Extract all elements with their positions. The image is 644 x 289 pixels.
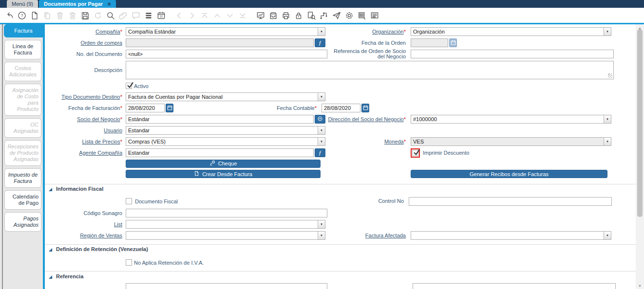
change-log-icon[interactable] <box>368 10 381 21</box>
lock-icon[interactable] <box>292 10 305 21</box>
find-icon[interactable] <box>104 10 117 21</box>
svg-text:?: ? <box>21 13 23 18</box>
control-no-field[interactable] <box>409 197 612 206</box>
detail-record-icon <box>186 10 198 21</box>
dropdown-arrow-icon[interactable]: ▼ <box>604 232 611 239</box>
record-icon <box>317 116 323 123</box>
report-icon[interactable] <box>254 10 267 21</box>
zoom-across-icon[interactable] <box>305 10 318 21</box>
fiscal-document-checkbox-label: Documento Fiscal <box>135 199 178 204</box>
next-record-icon <box>224 10 236 21</box>
sidebar-tab-costos-adicionales: Costos Adicionales <box>4 62 41 81</box>
description-field[interactable] <box>126 61 614 79</box>
sunagro-code-label: Código Sunagro <box>46 211 126 216</box>
purchase-order-search-button[interactable]: ƒ <box>315 38 325 47</box>
save-icon[interactable] <box>79 10 92 21</box>
preferences-icon[interactable] <box>343 10 356 21</box>
sidebar-tab-factura[interactable]: Factura <box>4 24 43 37</box>
scroll-down-icon[interactable]: ▼ <box>636 282 644 289</box>
company-agent-field[interactable]: Estandar <box>126 148 314 157</box>
close-tab-icon[interactable]: ✕ <box>107 1 111 7</box>
purchase-order-field[interactable] <box>126 38 314 47</box>
undo-icon[interactable] <box>3 10 16 21</box>
resize-grip[interactable] <box>608 73 612 78</box>
first-record-icon <box>198 10 211 21</box>
section-divider <box>45 271 636 271</box>
dropdown-arrow-icon[interactable]: ▼ <box>604 28 611 36</box>
document-no-field[interactable]: <null> <box>126 50 327 58</box>
archive-icon[interactable] <box>267 10 280 21</box>
cheque-button[interactable]: Cheque <box>126 160 321 168</box>
fiscal-document-checkbox[interactable] <box>126 198 132 204</box>
invoice-date-calendar-button[interactable] <box>166 104 173 112</box>
requery-icon <box>92 10 104 21</box>
target-document-type-field[interactable]: Factura de Cuentas por Pagar Nacional▼ <box>126 92 325 101</box>
retention-section-header[interactable]: Definición de Retención (Venezuela) <box>46 246 636 252</box>
print-discount-checkbox[interactable] <box>412 150 418 156</box>
reference-field-right[interactable] <box>413 283 616 289</box>
generate-receipts-button[interactable]: Generar Recibos desde Facturas <box>411 170 607 178</box>
scrollbar-thumb[interactable] <box>637 29 643 217</box>
active-checkbox-label: Activo <box>134 83 149 89</box>
dropdown-arrow-icon[interactable]: ▼ <box>318 93 325 101</box>
target-document-type-label: Tipo Documento Destino* <box>46 94 126 100</box>
section-divider <box>45 184 636 184</box>
previous-record-icon <box>211 10 224 21</box>
fiscal-section-header[interactable]: Informacion Fiscal <box>46 186 636 192</box>
list-field[interactable]: ▼ <box>126 220 325 229</box>
chat-icon <box>130 10 142 21</box>
company-agent-search-button[interactable]: ƒ <box>315 148 325 157</box>
organization-field[interactable]: Organización▼ <box>411 27 611 36</box>
dropdown-arrow-icon[interactable]: ▼ <box>318 28 325 36</box>
user-field[interactable]: Estandar▼ <box>126 126 325 135</box>
currency-label: Moneda* <box>325 139 409 144</box>
sales-region-field[interactable]: ▼ <box>126 231 325 240</box>
bp-order-reference-field[interactable] <box>411 50 614 58</box>
invoice-date-field[interactable]: 28/08/2020 <box>126 104 165 112</box>
invoice-date-label: Fecha de Facturación* <box>46 106 126 111</box>
product-info-icon[interactable] <box>356 10 368 21</box>
user-label: Usuario <box>46 128 126 133</box>
calendar-icon[interactable]: 31 <box>155 10 168 21</box>
business-partner-label: Socio del Negocio* <box>46 117 126 122</box>
tab-menu[interactable]: Menú (9) <box>7 0 38 8</box>
document-icon <box>194 171 199 177</box>
dropdown-arrow-icon[interactable]: ▼ <box>604 138 611 145</box>
currency-field[interactable]: VES▼ <box>411 137 611 146</box>
sidebar-tab-impuesto-de-factura[interactable]: Impuesto de Factura <box>4 168 41 188</box>
dropdown-arrow-icon[interactable]: ▼ <box>318 232 325 239</box>
delete-record-icon <box>54 10 66 21</box>
affected-invoice-field[interactable]: ▼ <box>411 231 611 240</box>
help-icon[interactable]: ? <box>16 10 28 21</box>
toggle-grid-icon[interactable] <box>142 10 155 21</box>
workflow-icon[interactable] <box>318 10 330 21</box>
vertical-scrollbar[interactable]: ▲ ▼ <box>636 24 644 289</box>
no-iva-retention-checkbox[interactable] <box>126 259 132 266</box>
sidebar-tab-l-nea-de-factura[interactable]: Línea de Factura <box>4 40 41 59</box>
accounting-date-calendar-button[interactable] <box>361 104 369 112</box>
business-partner-record-button[interactable] <box>315 115 325 124</box>
active-checkbox[interactable] <box>126 83 132 89</box>
order-date-label: Fecha de la Orden <box>325 40 409 46</box>
print-icon[interactable] <box>280 10 292 21</box>
sunagro-code-field[interactable] <box>126 209 327 217</box>
dropdown-arrow-icon[interactable]: ▼ <box>318 126 325 134</box>
business-partner-field[interactable]: Estándar <box>126 115 314 124</box>
process-icon[interactable] <box>330 10 343 21</box>
bp-address-field[interactable]: #1000000▼ <box>411 115 611 124</box>
affected-invoice-label: Factura Afectada <box>325 233 409 238</box>
accounting-date-field[interactable]: 28/08/2020 <box>322 104 360 112</box>
company-field[interactable]: Compañía Estándar▼ <box>126 27 325 36</box>
sidebar-tab-calendario-de-pago[interactable]: Calendario de Pago <box>4 190 41 210</box>
reference-section-header[interactable]: Referencia <box>46 273 636 279</box>
price-list-field[interactable]: Compras (VES)▼ <box>126 137 325 146</box>
dropdown-arrow-icon[interactable]: ▼ <box>604 115 611 123</box>
dropdown-arrow-icon[interactable]: ▼ <box>318 138 325 145</box>
sidebar-tab-pagos-asignados[interactable]: Pagos Asignados <box>4 212 41 232</box>
new-record-icon[interactable] <box>28 10 41 21</box>
last-record-icon <box>236 10 249 21</box>
reference-field-left[interactable] <box>126 283 327 289</box>
tab-documentos-por-pagar[interactable]: Documentos por Pagar ✕ <box>39 0 116 8</box>
create-from-invoice-button[interactable]: Crear Desde Factura <box>126 170 321 178</box>
dropdown-arrow-icon[interactable]: ▼ <box>318 220 325 228</box>
